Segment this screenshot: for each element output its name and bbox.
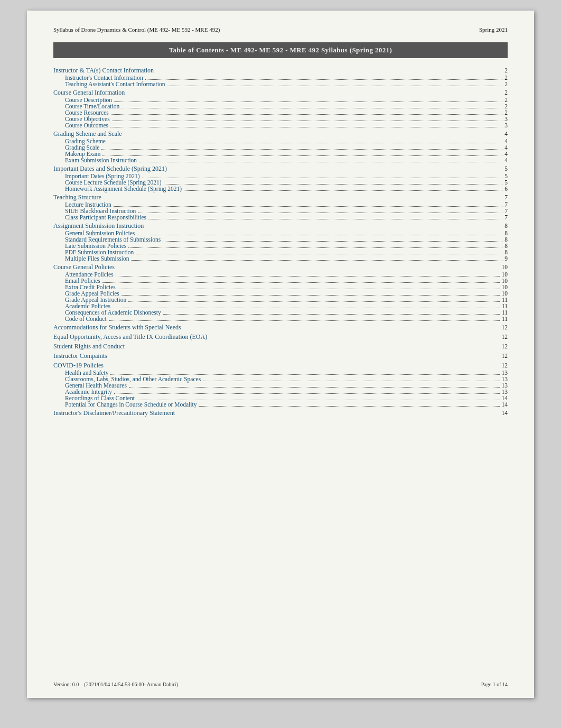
- toc-subsection-label: Grading Scale: [65, 144, 99, 151]
- toc-page-number: 4: [504, 157, 508, 163]
- toc-row: General Submission Policies8: [53, 230, 508, 236]
- toc-subsection-label: Class Participant Responsibilities: [65, 214, 146, 220]
- header-left: Syllabus of Drone Dynamics & Control (ME…: [53, 26, 220, 33]
- toc-dots: [121, 108, 502, 108]
- toc-row: Grade Appeal Instruction11: [53, 297, 508, 303]
- toc-page-number: 2: [504, 89, 508, 96]
- toc-page-number: 8: [504, 249, 508, 255]
- page-header: Syllabus of Drone Dynamics & Control (ME…: [53, 26, 508, 33]
- toc-page-number: 2: [504, 109, 508, 116]
- toc-dots: [145, 79, 503, 80]
- toc-subsection-label: Code of Conduct: [65, 316, 107, 322]
- toc-dots: [142, 178, 503, 178]
- footer-version-info: Version: 0.0 (2021/01/04 14:54:53-06:00-…: [53, 681, 178, 687]
- toc-dots: [129, 387, 500, 388]
- toc-section-label: Course General Information: [53, 89, 125, 97]
- toc-row: Important Dates and Schedule (Spring 202…: [53, 165, 508, 173]
- toc-page-number: 2: [504, 97, 508, 103]
- toc-subsection-label: Grade Appeal Instruction: [65, 297, 126, 303]
- toc-page-number: 10: [502, 290, 508, 297]
- toc-page-number: 14: [502, 410, 508, 416]
- toc-subsection-label: Course Lecture Schedule (Spring 2021): [65, 179, 162, 186]
- toc-subsection-label: Exam Submission Instruction: [65, 157, 137, 163]
- toc-dots: [101, 149, 502, 150]
- toc-page-number: 3: [504, 116, 508, 122]
- toc-dots: [110, 127, 502, 127]
- toc-subsection-label: Teaching Assistant's Contact Information: [65, 81, 165, 87]
- toc-dots: [121, 295, 500, 296]
- toc-row: Exam Submission Instruction4: [53, 157, 508, 163]
- toc-row: Course Time/Location2: [53, 103, 508, 109]
- toc-page-number: 8: [504, 223, 508, 229]
- toc-row: Teaching Structure7: [53, 193, 508, 201]
- toc-subsection-label: Course Objectives: [65, 116, 110, 122]
- toc-page-number: 14: [502, 401, 508, 408]
- toc-subsection-label: Course Outcomes: [65, 122, 108, 128]
- toc-row: Attendance Policies10: [53, 271, 508, 278]
- toc-section-label: Instructor Compaints: [53, 352, 107, 360]
- toc-row: Class Participant Responsibilities7: [53, 214, 508, 220]
- toc-page-number: 2: [504, 103, 508, 109]
- toc-row: Course Resources2: [53, 109, 508, 116]
- toc-page-number: 4: [504, 151, 508, 157]
- toc-row: PDF Submission Instruction8: [53, 249, 508, 255]
- toc-subsection-label: Multiple Files Submission: [65, 255, 129, 262]
- toc-dots: [114, 206, 502, 207]
- toc-row: Grading Scale4: [53, 144, 508, 151]
- toc-page-number: 8: [504, 236, 508, 243]
- footer-page: Page 1 of 14: [481, 681, 508, 687]
- toc-subsection-label: Grade Appeal Policies: [65, 290, 119, 297]
- toc-subsection-label: Standard Requirements of Submissions: [65, 236, 161, 243]
- toc-page-number: 12: [502, 334, 508, 340]
- toc-row: Academic Policies11: [53, 303, 508, 309]
- toc-page-number: 10: [502, 264, 508, 270]
- toc-page-number: 7: [504, 201, 508, 208]
- toc-subsection-label: Recordings of Class Content: [65, 395, 135, 401]
- toc-subsection-label: Potential for Changes in Course Schedule…: [65, 401, 197, 408]
- toc-page-number: 12: [502, 353, 508, 359]
- toc-dots: [148, 219, 502, 219]
- toc-row: Equal Opportunity, Access and Title IX C…: [53, 333, 508, 341]
- toc-row: Code of Conduct11: [53, 316, 508, 322]
- toc-page-number: 13: [502, 376, 508, 382]
- toc-page-number: 9: [504, 255, 508, 262]
- toc-dots: [116, 276, 500, 277]
- toc-page-number: 10: [502, 271, 508, 278]
- toc-page-number: 5: [504, 165, 508, 172]
- toc-page-number: 4: [504, 144, 508, 151]
- toc-page-number: 13: [502, 382, 508, 389]
- toc-page-number: 3: [504, 122, 508, 128]
- toc-page-number: 10: [502, 284, 508, 290]
- toc-dots: [112, 121, 503, 121]
- toc-section-label: Equal Opportunity, Access and Title IX C…: [53, 333, 207, 341]
- toc-page-number: 11: [502, 316, 508, 322]
- toc-section-label: Accommodations for Students with Special…: [53, 324, 181, 331]
- toc-row: Course Outcomes3: [53, 122, 508, 128]
- toc-row: General Health Measures13: [53, 382, 508, 389]
- toc-subsection-label: Academic Integrity: [65, 389, 112, 395]
- toc-subsection-label: Health and Safety: [65, 370, 108, 376]
- toc-row: Important Dates (Spring 2021)5: [53, 173, 508, 179]
- toc-dots: [114, 393, 499, 394]
- toc-row: COVID-19 Policies12: [53, 362, 508, 370]
- toc-dots: [131, 260, 502, 261]
- toc-content: Instructor & TA(s) Contact Information2I…: [53, 67, 508, 417]
- toc-subsection-label: Grading Scheme: [65, 138, 106, 144]
- toc-title: Table of Contents - ME 492- ME 592 - MRE…: [53, 42, 508, 58]
- toc-page-number: 13: [502, 389, 508, 395]
- toc-page-number: 12: [502, 324, 508, 330]
- toc-row: Grading Scheme4: [53, 138, 508, 144]
- toc-page-number: 4: [504, 131, 508, 137]
- toc-subsection-label: Homework Assignment Schedule (Spring 202…: [65, 186, 182, 192]
- toc-section-label: Student Rights and Conduct: [53, 343, 125, 351]
- toc-dots: [163, 241, 502, 242]
- toc-page-number: 10: [502, 278, 508, 284]
- toc-page-number: 11: [502, 303, 508, 309]
- toc-row: Extra Credit Policies10: [53, 284, 508, 290]
- toc-row: Course Lecture Schedule (Spring 2021)5: [53, 179, 508, 186]
- toc-section-label: Course General Policies: [53, 263, 115, 271]
- toc-section-label: Assignment Submission Instruction: [53, 222, 144, 230]
- toc-subsection-label: SIUE Blackboard Instruction: [65, 208, 136, 214]
- toc-subsection-label: General Submission Policies: [65, 230, 135, 236]
- toc-subsection-label: Classrooms, Labs, Studios, and Other Aca…: [65, 376, 201, 382]
